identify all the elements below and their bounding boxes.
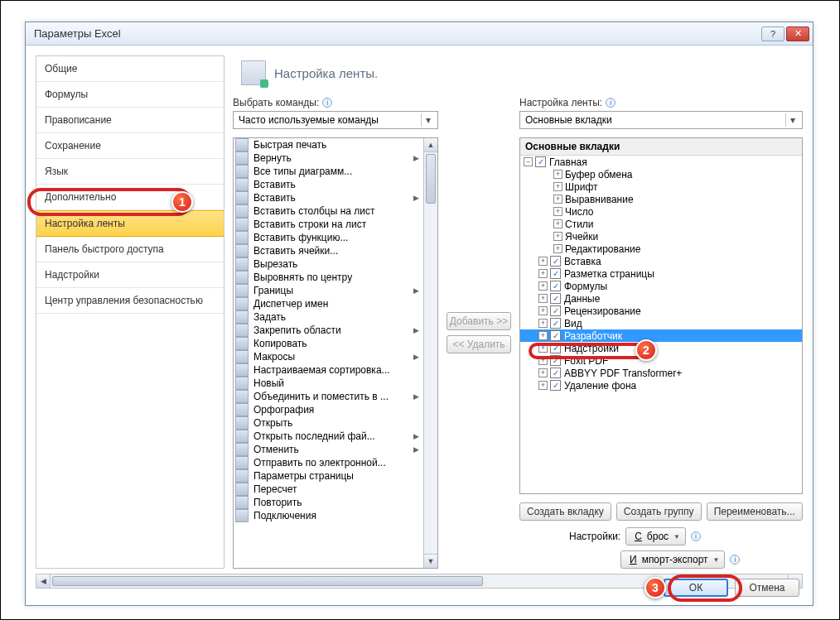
list-item[interactable]: Пересчет [234, 483, 423, 496]
scroll-up-icon[interactable]: ▲ [424, 138, 437, 152]
list-item[interactable]: Настраиваемая сортировка... [234, 363, 423, 377]
help-button[interactable]: ? [761, 26, 784, 41]
ribbon-tree[interactable]: −✓Главная+Буфер обмена+Шрифт+Выравнивани… [520, 156, 802, 493]
expand-icon[interactable]: + [538, 319, 548, 328]
scrollbar[interactable]: ▲ ▼ [423, 138, 437, 568]
tree-row[interactable]: +✓Вставка [520, 255, 802, 267]
import-export-button[interactable]: Импорт-экспорт▼ [620, 550, 725, 569]
list-item[interactable]: Вставить [234, 178, 423, 191]
commands-list[interactable]: Быстрая печатьВернуть▶Все типы диаграмм.… [234, 138, 423, 568]
scroll-down-icon[interactable]: ▼ [424, 554, 437, 568]
expand-icon[interactable]: + [538, 356, 548, 365]
sidebar-item[interactable]: Надстройки [36, 262, 224, 288]
list-item[interactable]: Вернуть▶ [234, 151, 423, 165]
add-button[interactable]: Добавить >> [447, 312, 511, 330]
info-icon[interactable]: i [730, 555, 740, 565]
list-item[interactable]: Вставить функцию... [234, 231, 423, 244]
sidebar-item[interactable]: Панель быстрого доступа [36, 237, 224, 262]
list-item[interactable]: Открыть последний фай...▶ [234, 430, 423, 443]
tree-row[interactable]: −✓Главная [520, 156, 802, 168]
list-item[interactable]: Вставить столбцы на лист [234, 204, 423, 218]
checkbox[interactable]: ✓ [550, 318, 561, 329]
expand-icon[interactable]: + [553, 244, 562, 253]
expand-icon[interactable]: − [524, 157, 533, 166]
sidebar-item[interactable]: Настройка ленты [36, 210, 224, 237]
tree-row[interactable]: +Шрифт [520, 180, 802, 193]
expand-icon[interactable]: + [538, 331, 548, 340]
tree-row[interactable]: +✓Удаление фона [520, 379, 802, 392]
expand-icon[interactable]: + [553, 182, 562, 191]
ribbon-combo[interactable]: Основные вкладки ▾ [519, 111, 803, 129]
tree-row[interactable]: +✓Формулы [520, 280, 802, 292]
list-item[interactable]: Вставить▶ [234, 191, 423, 204]
tree-row[interactable]: +✓Разработчик [520, 329, 802, 342]
list-item[interactable]: Объединить и поместить в ...▶ [234, 390, 423, 403]
info-icon[interactable]: i [691, 531, 701, 541]
tree-row[interactable]: +✓ABBYY PDF Transformer+ [520, 367, 802, 379]
expand-icon[interactable]: + [553, 195, 562, 204]
sidebar-item[interactable]: Правописание [36, 108, 224, 133]
tree-row[interactable]: +Выравнивание [520, 193, 802, 205]
tree-row[interactable]: +✓Рецензирование [520, 305, 802, 317]
checkbox[interactable]: ✓ [550, 256, 561, 267]
sidebar-item[interactable]: Язык [36, 159, 224, 185]
expand-icon[interactable]: + [538, 257, 548, 266]
checkbox[interactable]: ✓ [550, 380, 561, 391]
close-button[interactable]: ✕ [786, 26, 809, 41]
new-group-button[interactable]: Создать группу [616, 502, 702, 521]
tree-row[interactable]: +✓Разметка страницы [520, 267, 802, 280]
checkbox[interactable]: ✓ [550, 281, 561, 291]
tree-row[interactable]: +Стили [520, 218, 802, 230]
sidebar-item[interactable]: Дополнительно [36, 185, 224, 210]
list-item[interactable]: Вырезать [234, 257, 423, 271]
checkbox[interactable]: ✓ [550, 368, 561, 378]
expand-icon[interactable]: + [538, 368, 548, 377]
expand-icon[interactable]: + [538, 344, 548, 353]
checkbox[interactable]: ✓ [550, 293, 561, 304]
tree-row[interactable]: +Буфер обмена [520, 168, 802, 180]
expand-icon[interactable]: + [538, 381, 548, 390]
list-item[interactable]: Подключения [234, 509, 423, 522]
reset-button[interactable]: Сброс▼ [625, 527, 686, 546]
expand-icon[interactable]: + [538, 306, 548, 315]
sidebar-item[interactable]: Сохранение [36, 133, 224, 159]
tree-row[interactable]: +Ячейки [520, 230, 802, 243]
expand-icon[interactable]: + [553, 207, 562, 216]
list-item[interactable]: Границы▶ [234, 284, 423, 297]
tree-row[interactable]: +Число [520, 205, 802, 218]
checkbox[interactable]: ✓ [535, 156, 546, 167]
checkbox[interactable]: ✓ [550, 355, 561, 366]
expand-icon[interactable]: + [553, 170, 562, 179]
list-item[interactable]: Параметры страницы [234, 469, 423, 483]
tree-row[interactable]: +✓Foxit PDF [520, 354, 802, 367]
checkbox[interactable]: ✓ [550, 268, 561, 279]
list-item[interactable]: Вставить строки на лист [234, 218, 423, 231]
scroll-thumb[interactable] [52, 576, 483, 586]
tree-row[interactable]: +✓Данные [520, 292, 802, 305]
list-item[interactable]: Повторить [234, 496, 423, 509]
info-icon[interactable]: i [606, 98, 616, 108]
ok-button[interactable]: ОК [664, 579, 728, 597]
expand-icon[interactable]: + [553, 232, 562, 241]
scroll-thumb[interactable] [426, 154, 436, 204]
tree-row[interactable]: +Редактирование [520, 243, 802, 255]
list-item[interactable]: Отменить▶ [234, 443, 423, 456]
checkbox[interactable]: ✓ [550, 343, 561, 353]
sidebar-item[interactable]: Формулы [36, 82, 224, 108]
list-item[interactable]: Быстрая печать [234, 138, 423, 151]
checkbox[interactable]: ✓ [550, 305, 561, 316]
list-item[interactable]: Задать [234, 310, 423, 324]
new-tab-button[interactable]: Создать вкладку [519, 502, 611, 521]
list-item[interactable]: Закрепить области▶ [234, 324, 423, 337]
list-item[interactable]: Диспетчер имен [234, 297, 423, 310]
info-icon[interactable]: i [322, 98, 332, 108]
list-item[interactable]: Новый [234, 377, 423, 390]
tree-row[interactable]: +✓Вид [520, 317, 802, 329]
expand-icon[interactable]: + [538, 294, 548, 303]
list-item[interactable]: Копировать [234, 337, 423, 350]
tree-row[interactable]: +✓Надстройки [520, 342, 802, 354]
remove-button[interactable]: << Удалить [447, 335, 511, 353]
checkbox[interactable]: ✓ [550, 330, 561, 341]
sidebar-item[interactable]: Центр управления безопасностью [36, 288, 224, 314]
list-item[interactable]: Вставить ячейки... [234, 244, 423, 257]
